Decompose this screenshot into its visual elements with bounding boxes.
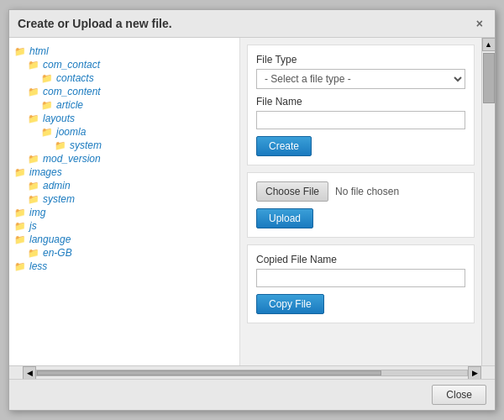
folder-icon: 📁 (41, 73, 53, 84)
folder-icon: 📁 (41, 100, 53, 111)
folder-icon: 📁 (28, 113, 39, 124)
right-panel: File Type - Select a file type - File Na… (240, 38, 481, 365)
hscroll-track (36, 370, 468, 376)
tree-item-label: img (29, 207, 45, 218)
folder-icon: 📁 (14, 46, 26, 57)
tree-item[interactable]: 📁img (14, 206, 234, 219)
folder-icon: 📁 (28, 194, 39, 205)
file-type-select[interactable]: - Select a file type - (256, 69, 465, 89)
tree-item[interactable]: 📁com_content (14, 85, 234, 98)
copy-section: Copied File Name Copy File (247, 244, 475, 323)
scroll-left-button[interactable]: ◀ (23, 366, 36, 380)
copy-file-button[interactable]: Copy File (256, 294, 324, 314)
tree-item-label: js (29, 220, 37, 232)
folder-icon: 📁 (14, 221, 26, 232)
tree-item[interactable]: 📁layouts (14, 112, 234, 125)
tree-item[interactable]: 📁contacts (14, 71, 234, 85)
choose-file-button[interactable]: Choose File (256, 181, 328, 202)
file-type-label: File Type (256, 54, 465, 66)
tree-item-label: en-GB (43, 247, 72, 259)
tree-item[interactable]: 📁js (14, 219, 234, 233)
tree-item[interactable]: 📁com_contact (14, 58, 234, 71)
folder-icon: 📁 (28, 154, 39, 165)
vertical-scrollbar: ▲ (481, 38, 495, 365)
tree-item[interactable]: 📁images (14, 165, 234, 179)
horizontal-scrollbar: ◀ ▶ (9, 365, 495, 379)
tree-item-label: mod_version (43, 153, 101, 165)
scroll-thumb[interactable] (483, 53, 495, 103)
dialog: Create or Upload a new file. × 📁html📁com… (8, 9, 496, 411)
tree-item-label: html (29, 45, 49, 57)
close-button[interactable]: Close (432, 385, 486, 405)
tree-item-label: admin (43, 180, 71, 192)
folder-icon: 📁 (55, 140, 66, 151)
scroll-up-button[interactable]: ▲ (482, 38, 496, 51)
tree-item[interactable]: 📁article (14, 98, 234, 112)
dialog-footer: Close (9, 379, 495, 410)
tree-item[interactable]: 📁less (14, 260, 234, 273)
folder-icon: 📁 (14, 261, 26, 272)
tree-item-label: layouts (43, 113, 75, 124)
tree-item-label: com_content (43, 86, 101, 97)
tree-item-label: less (29, 260, 47, 272)
folder-icon: 📁 (28, 248, 39, 259)
folder-icon: 📁 (41, 127, 53, 138)
tree-item[interactable]: 📁en-GB (14, 246, 234, 260)
tree-item-label: joomla (56, 126, 86, 138)
tree-item[interactable]: 📁admin (14, 179, 234, 192)
tree-item-label: contacts (56, 72, 94, 84)
tree-item-label: language (29, 234, 71, 245)
tree-item-label: system (70, 139, 102, 151)
tree-item[interactable]: 📁joomla (14, 125, 234, 139)
upload-section: Choose File No file chosen Upload (247, 172, 475, 238)
tree-item-label: images (29, 166, 62, 178)
tree-item-label: article (56, 99, 83, 111)
tree-item[interactable]: 📁html (14, 45, 234, 58)
scroll-right-button[interactable]: ▶ (468, 366, 481, 380)
tree-item[interactable]: 📁system (14, 139, 234, 152)
no-file-label: No file chosen (335, 186, 399, 197)
copied-file-name-input[interactable] (256, 269, 465, 287)
file-name-input[interactable] (256, 111, 465, 129)
dialog-title: Create or Upload a new file. (18, 17, 172, 30)
tree-item-label: com_contact (43, 59, 100, 71)
file-tree-panel: 📁html📁com_contact📁contacts📁com_content📁a… (9, 38, 240, 365)
hscroll-thumb[interactable] (37, 370, 381, 375)
folder-icon: 📁 (28, 60, 39, 71)
dialog-body: 📁html📁com_contact📁contacts📁com_content📁a… (9, 38, 495, 365)
tree-item[interactable]: 📁language (14, 233, 234, 246)
tree-item[interactable]: 📁mod_version (14, 152, 234, 165)
create-button[interactable]: Create (256, 136, 312, 156)
upload-button[interactable]: Upload (256, 208, 313, 228)
close-x-button[interactable]: × (473, 17, 486, 30)
dialog-title-bar: Create or Upload a new file. × (9, 10, 495, 38)
tree-item-label: system (43, 193, 75, 205)
copied-file-name-label: Copied File Name (256, 254, 465, 265)
folder-icon: 📁 (14, 167, 26, 178)
create-section: File Type - Select a file type - File Na… (247, 45, 475, 165)
folder-icon: 📁 (28, 87, 39, 97)
upload-row: Choose File No file chosen (256, 181, 465, 202)
file-name-label: File Name (256, 96, 465, 108)
folder-icon: 📁 (14, 207, 26, 218)
tree-item[interactable]: 📁system (14, 192, 234, 206)
folder-icon: 📁 (28, 181, 39, 192)
folder-icon: 📁 (14, 234, 26, 245)
